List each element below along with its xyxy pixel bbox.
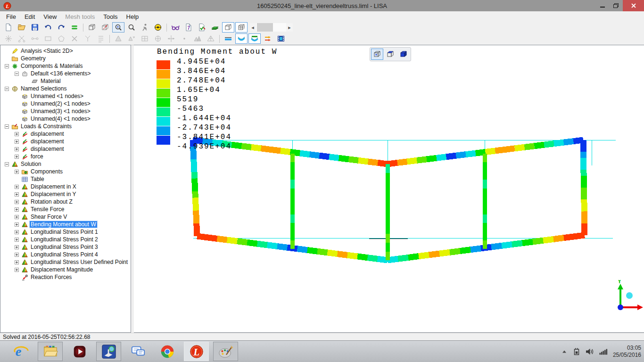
expander-plus-icon[interactable] [15, 132, 21, 136]
network-signal-tray-icon[interactable] [599, 348, 608, 355]
tree-item-label[interactable]: Unnamed(4) <1 nodes> [30, 115, 91, 122]
taskbar-media-player-button[interactable] [67, 342, 92, 361]
volume-tray-icon[interactable] [586, 348, 594, 355]
solid-view-button[interactable] [222, 22, 234, 33]
tree-item-label[interactable]: Longitudinal Stress Point 4 [30, 251, 99, 258]
menu-edit[interactable]: Edit [20, 11, 39, 22]
tree-item-label[interactable]: displacement [30, 138, 65, 145]
taskbar-internet-explorer-button[interactable]: e [8, 342, 33, 361]
expander-plus-icon[interactable] [15, 192, 21, 197]
tree-item-table[interactable]: Table [15, 175, 45, 183]
tree-item-label[interactable]: Rotation about Z [30, 198, 74, 205]
tree-item-label[interactable]: Shear Force V [30, 214, 68, 220]
taskbar-clock[interactable]: 03:05 25/05/2016 [613, 345, 641, 359]
close-button[interactable] [623, 0, 644, 11]
spectacles-button[interactable] [169, 22, 182, 33]
expander-plus-icon[interactable] [15, 260, 21, 264]
taskbar-file-explorer-button[interactable] [38, 342, 63, 361]
expander-plus-icon[interactable] [15, 245, 21, 249]
tree-item-default-136-elements[interactable]: Default <136 elements> [15, 70, 91, 77]
tree-item-label[interactable]: Unnamed(2) <1 nodes> [30, 100, 91, 107]
undo-button[interactable] [42, 22, 54, 33]
tree-item-label[interactable]: force [30, 153, 44, 160]
tree-item-named-selections[interactable]: Named Selections [5, 85, 67, 92]
zoom-button[interactable] [125, 22, 138, 33]
solve-button[interactable] [68, 22, 81, 33]
tree-item-displacement-in-x[interactable]: Displacement in X [15, 183, 77, 190]
quick-edit-button[interactable] [196, 22, 208, 33]
tree-item-unnamed-3-1-nodes[interactable]: Unnamed(3) <1 nodes> [15, 107, 91, 115]
view-cube-axes-button[interactable] [99, 22, 111, 33]
expander-plus-icon[interactable] [15, 155, 21, 159]
tree-item-solution[interactable]: Solution [5, 160, 42, 168]
tree-item-label[interactable]: Longitudinal Stress Point 3 [30, 244, 99, 250]
tree-item-label[interactable]: Longitudinal Stress User Defined Point [30, 259, 129, 265]
deformed-scale-button[interactable] [262, 33, 274, 44]
expander-plus-icon[interactable] [15, 207, 21, 212]
show-hidden-icons-button[interactable] [561, 349, 568, 354]
scroll-thumb[interactable] [257, 23, 273, 32]
tree-item-geometry[interactable]: Geometry [5, 55, 47, 62]
expander-minus-icon[interactable] [15, 72, 21, 76]
tree-item-label[interactable]: Displacement in Y [30, 191, 77, 197]
tree-item-displacement[interactable]: displacement [15, 145, 65, 153]
tree-item-unnamed-1-nodes[interactable]: Unnamed <1 nodes> [15, 92, 84, 100]
orbit-button[interactable] [139, 22, 151, 33]
measure-button[interactable] [152, 22, 164, 33]
tree-item-loads-constraints[interactable]: Loads & Constraints [5, 123, 73, 130]
viewport-canvas[interactable]: Bending Moment about W Y X 4.945E+043.84… [134, 45, 644, 333]
animation-button[interactable] [275, 33, 287, 44]
expander-plus-icon[interactable] [15, 238, 21, 242]
tree-item-analysis-static-2d[interactable]: Analysis <Static 2D> [5, 47, 74, 55]
tree-item-label[interactable]: Longitudinal Stress Point 1 [30, 229, 99, 235]
tree-item-displacement[interactable]: displacement [15, 138, 65, 145]
tree-item-label[interactable]: Default <136 elements> [30, 70, 91, 77]
shell-bottom-face-button[interactable] [235, 33, 248, 44]
tree-item-label[interactable]: Table [30, 176, 45, 182]
expander-plus-icon[interactable] [15, 200, 21, 204]
expander-plus-icon[interactable] [15, 230, 21, 234]
tree-item-label[interactable]: Solution [20, 161, 42, 167]
tree-item-longitudinal-stress-point-1[interactable]: Longitudinal Stress Point 1 [15, 228, 99, 236]
expander-plus-icon[interactable] [15, 253, 21, 257]
tree-item-label[interactable]: Bending Moment about W [30, 221, 97, 228]
expander-plus-icon[interactable] [15, 147, 21, 151]
tree-item-label[interactable]: Unnamed <1 nodes> [30, 93, 84, 99]
restore-button[interactable] [609, 0, 623, 11]
open-file-button[interactable] [16, 22, 28, 33]
toolbar-scrollbar[interactable]: ◂▸ [249, 23, 293, 32]
tree-item-tensile-force[interactable]: Tensile Force [15, 206, 65, 213]
shell-top-face-button[interactable] [248, 33, 261, 44]
taskbar-lisa-button[interactable]: L [184, 342, 209, 361]
expander-plus-icon[interactable] [15, 215, 21, 219]
zoom-window-button[interactable] [112, 22, 124, 33]
tree-item-label[interactable]: Material [40, 78, 62, 84]
tree-item-label[interactable]: Loads & Constraints [20, 123, 73, 130]
tree-item-longitudinal-stress-user-defined-point[interactable]: Longitudinal Stress User Defined Point [15, 258, 129, 266]
tree-item-label[interactable]: displacement [30, 146, 65, 152]
tree-item-force[interactable]: force [15, 153, 44, 160]
expander-plus-icon[interactable] [15, 170, 21, 174]
tree-item-label[interactable]: Named Selections [20, 85, 67, 92]
expander-plus-icon[interactable] [15, 185, 21, 189]
new-file-button[interactable] [2, 22, 15, 33]
scroll-track[interactable] [256, 23, 286, 32]
expander-plus-icon[interactable] [15, 140, 21, 144]
tree-item-rotation-about-z[interactable]: Rotation about Z [15, 198, 74, 206]
tree-item-label[interactable]: Displacement in X [30, 183, 77, 190]
tree-item-unnamed-4-1-nodes[interactable]: Unnamed(4) <1 nodes> [15, 115, 91, 123]
save-file-button[interactable] [29, 22, 41, 33]
tree-item-label[interactable]: Tensile Force [30, 206, 65, 213]
expander-plus-icon[interactable] [15, 268, 21, 272]
tree-item-label[interactable]: Analysis <Static 2D> [20, 48, 74, 54]
tree-item-label[interactable]: Geometry [20, 55, 47, 62]
wireframe-view-button[interactable] [235, 22, 248, 33]
expander-minus-icon[interactable] [5, 162, 11, 166]
scroll-right-button[interactable]: ▸ [286, 23, 293, 32]
tree-item-label[interactable]: Unnamed(3) <1 nodes> [30, 108, 91, 115]
tree-item-components[interactable]: Components [15, 168, 64, 175]
expander-minus-icon[interactable] [5, 124, 11, 129]
taskbar-messaging-button[interactable] [125, 342, 150, 361]
tree-item-shear-force-v[interactable]: Shear Force V [15, 213, 68, 221]
layers-button[interactable] [209, 22, 221, 33]
